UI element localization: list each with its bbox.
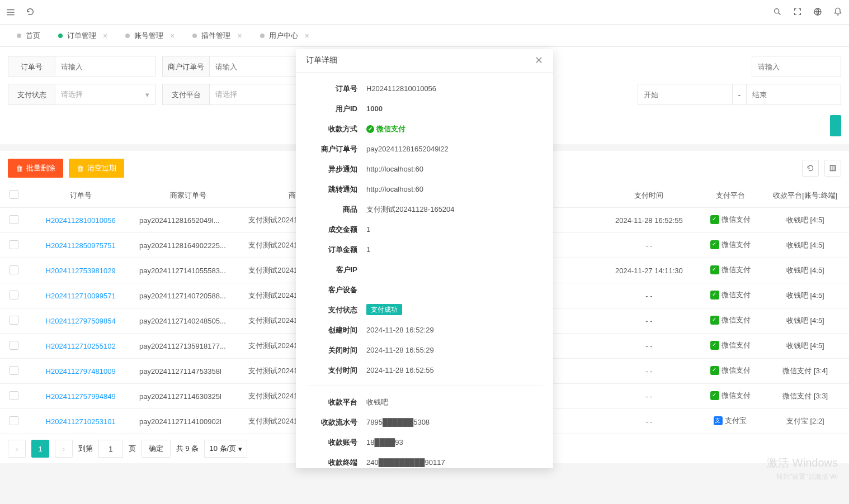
dv-serial: 7895██████5308 — [357, 418, 543, 426]
dv-term: 240█████████90117 — [357, 458, 543, 463]
dl-clientip: 客户IP — [306, 265, 357, 275]
dl-paymethod: 收款方式 — [306, 124, 357, 134]
dl-term: 收款终端 — [306, 458, 357, 463]
dl-userid: 用户ID — [306, 104, 357, 114]
dv-plat: 收钱吧 — [357, 397, 543, 407]
modal-close-button[interactable]: ✕ — [535, 54, 543, 66]
dl-plat: 收款平台 — [306, 397, 357, 407]
dl-pay: 支付时间 — [306, 365, 357, 375]
dl-clientdev: 客户设备 — [306, 285, 357, 295]
dl-close: 关闭时间 — [306, 345, 357, 355]
dl-serial: 收款流水号 — [306, 417, 357, 427]
modal-overlay: 订单详细 ✕ 订单号H2024112810010056 用户ID1000 收款方… — [0, 0, 849, 463]
dv-redirect: http://localhost:60 — [357, 185, 543, 193]
dv-paymethod: 微信支付 — [357, 124, 543, 134]
dv-product: 支付测试20241128-165204 — [357, 205, 543, 215]
dv-status: 支付成功 — [357, 305, 543, 315]
modal-title: 订单详细 — [306, 55, 337, 65]
dv-pay: 2024-11-28 16:52:55 — [357, 366, 543, 374]
dv-close: 2024-11-28 16:55:29 — [357, 346, 543, 354]
dl-async: 异步通知 — [306, 164, 357, 174]
detail-separator — [306, 386, 543, 386]
dl-product: 商品 — [306, 205, 357, 215]
dl-dealamt: 成交金额 — [306, 225, 357, 235]
dl-redirect: 跳转通知 — [306, 184, 357, 194]
dl-status: 支付状态 — [306, 305, 357, 315]
dv-order: H2024112810010056 — [357, 84, 543, 93]
dv-userid: 1000 — [357, 104, 543, 113]
dl-acct: 收款账号 — [306, 438, 357, 448]
dl-create: 创建时间 — [306, 325, 357, 335]
dv-merchant: pay202411281652049l22 — [357, 145, 543, 153]
dl-orderamt: 订单金额 — [306, 245, 357, 255]
dl-order: 订单号 — [306, 84, 357, 94]
order-detail-modal: 订单详细 ✕ 订单号H2024112810010056 用户ID1000 收款方… — [296, 49, 553, 463]
dv-acct: 18████93 — [357, 438, 543, 446]
dl-merchant: 商户订单号 — [306, 144, 357, 154]
dv-create: 2024-11-28 16:52:29 — [357, 326, 543, 334]
dv-orderamt: 1 — [357, 245, 543, 254]
dv-async: http://localhost:60 — [357, 165, 543, 173]
dv-dealamt: 1 — [357, 225, 543, 234]
